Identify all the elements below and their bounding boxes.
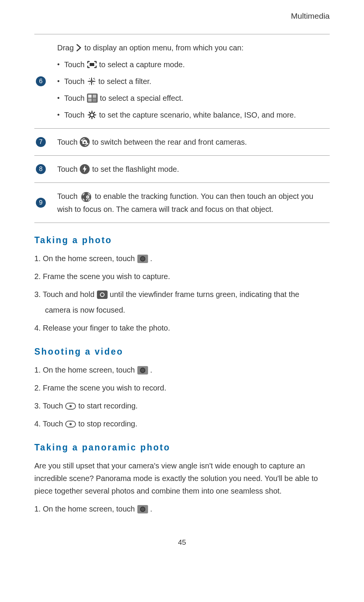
- svg-rect-4: [93, 98, 96, 102]
- text: 2. Frame the scene you wish to record.: [34, 382, 166, 394]
- table-row-7: 7 Touch to switch between the rear and f…: [34, 129, 330, 155]
- row6-effect-line: Touch to select a special effect.: [57, 92, 326, 105]
- camera-app-icon: [137, 505, 148, 513]
- text: 3. Touch and hold: [34, 288, 95, 301]
- flash-icon: [80, 164, 90, 174]
- svg-rect-7: [84, 140, 86, 141]
- tracking-icon: [81, 192, 91, 202]
- badge-8: 8: [36, 164, 46, 174]
- svg-point-8: [84, 142, 86, 144]
- text: to select a filter.: [98, 75, 151, 88]
- shutter-icon: [97, 291, 108, 299]
- text: Touch: [64, 92, 84, 105]
- text: 4. Touch: [34, 418, 63, 430]
- text: to set the capture scenario, white balan…: [99, 108, 296, 121]
- text: to switch between the rear and front cam…: [92, 136, 247, 148]
- text: Touch: [64, 58, 84, 71]
- heading-taking-photo: Taking a photo: [34, 235, 330, 245]
- text: Touch: [57, 163, 77, 176]
- section-category: Multimedia: [34, 11, 330, 21]
- video-step-4: 4. Touch to stop recording.: [34, 418, 330, 430]
- row6-drag-line: Drag to display an option menu, from whi…: [57, 41, 326, 54]
- text: to stop recording.: [78, 418, 137, 430]
- row6-filter-line: Touch to select a filter.: [57, 75, 326, 88]
- special-effect-icon: [87, 94, 98, 103]
- divider: [34, 223, 330, 223]
- video-step-3: 3. Touch to start recording.: [34, 400, 330, 412]
- text: Touch: [57, 136, 77, 148]
- heading-shooting-video: Shooting a video: [34, 347, 330, 357]
- badge-7: 7: [36, 137, 46, 147]
- chevron-right-icon: [76, 44, 82, 52]
- text: to enable the tracking function. You can…: [57, 192, 313, 213]
- photo-step-2: 2. Frame the scene you wish to capture.: [34, 270, 330, 283]
- text: to select a capture mode.: [99, 58, 185, 71]
- gear-icon: [87, 110, 97, 120]
- row6-scenario-line: Touch to set the capture scenario, white…: [57, 108, 326, 121]
- text: .: [150, 252, 153, 265]
- video-step-2: 2. Frame the scene you wish to record.: [34, 382, 330, 394]
- svg-rect-2: [93, 95, 96, 98]
- heading-panoramic: Taking a panoramic photo: [34, 442, 330, 453]
- camera-app-icon: [137, 366, 148, 374]
- text: to start recording.: [78, 400, 138, 412]
- video-step-1: 1. On the home screen, touch .: [34, 364, 330, 376]
- row8-line: Touch to set the flashlight mode.: [57, 163, 326, 176]
- text: 1. On the home screen, touch: [34, 503, 135, 515]
- text: 2. Frame the scene you wish to capture.: [34, 270, 170, 283]
- row7-line: Touch to switch between the rear and fro…: [57, 136, 326, 148]
- filter-icon: [87, 77, 96, 86]
- svg-rect-0: [90, 63, 94, 66]
- badge-9: 9: [36, 198, 46, 208]
- text: camera is now focused.: [34, 304, 330, 316]
- text: Touch: [64, 108, 84, 121]
- svg-rect-1: [88, 95, 92, 98]
- svg-point-5: [90, 113, 94, 117]
- badge-6: 6: [36, 76, 46, 86]
- text: Touch: [64, 75, 84, 88]
- record-icon: [65, 421, 76, 428]
- text: .: [150, 364, 153, 376]
- table-row-8: 8 Touch to set the flashlight mode.: [34, 156, 330, 182]
- page-number: 45: [34, 538, 330, 547]
- svg-rect-3: [88, 98, 92, 102]
- switch-camera-icon: [80, 137, 90, 147]
- row9-line: Touch to enable the tracking function. Y…: [57, 190, 326, 216]
- table-row-6: 6 Drag to display an option menu, from w…: [34, 34, 330, 128]
- text: Drag: [57, 41, 74, 54]
- camera-app-icon: [137, 255, 148, 263]
- panoramic-intro: Are you still upset that your camera's v…: [34, 460, 330, 497]
- panoramic-step-1: 1. On the home screen, touch .: [34, 503, 330, 515]
- text: to set the flashlight mode.: [92, 163, 179, 176]
- photo-step-1: 1. On the home screen, touch .: [34, 252, 330, 265]
- photo-step-4: 4. Release your finger to take the photo…: [34, 322, 330, 334]
- text: 3. Touch: [34, 400, 63, 412]
- text: to display an option menu, from which yo…: [84, 41, 243, 54]
- photo-step-3: 3. Touch and hold until the viewfinder f…: [34, 288, 330, 316]
- row6-capture-line: Touch to select a capture mode.: [57, 58, 326, 71]
- text: 4. Release your finger to take the photo…: [34, 322, 170, 334]
- svg-point-10: [87, 196, 88, 197]
- text: until the viewfinder frame turns green, …: [110, 288, 300, 301]
- text: .: [150, 503, 153, 515]
- table-row-9: 9 Touch to enable the tracking function.…: [34, 183, 330, 223]
- text: 1. On the home screen, touch: [34, 364, 135, 376]
- text: to select a special effect.: [100, 92, 184, 105]
- capture-mode-icon: [87, 61, 97, 68]
- record-icon: [65, 403, 76, 410]
- text: Touch: [57, 192, 77, 200]
- text: 1. On the home screen, touch: [34, 252, 135, 265]
